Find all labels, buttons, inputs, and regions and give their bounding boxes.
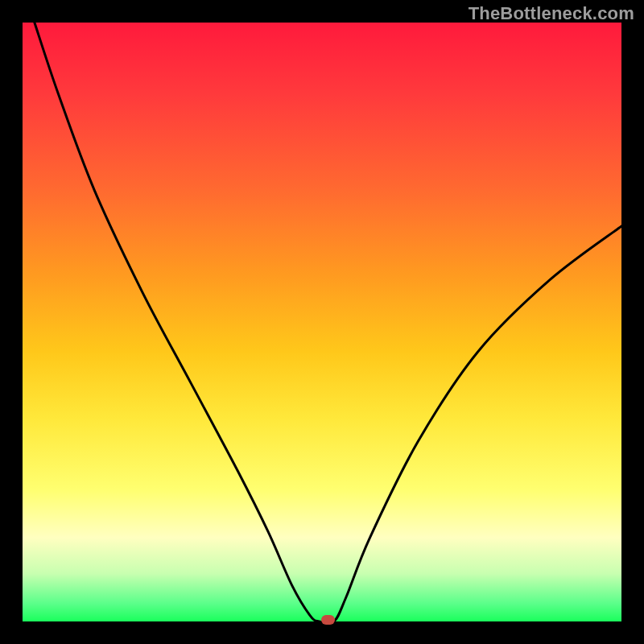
optimal-marker xyxy=(321,615,335,625)
chart-frame: TheBottleneck.com xyxy=(0,0,644,644)
bottleneck-curve xyxy=(23,23,621,621)
attribution-text: TheBottleneck.com xyxy=(469,3,634,24)
plot-area xyxy=(23,23,621,621)
curve-path xyxy=(35,23,621,624)
